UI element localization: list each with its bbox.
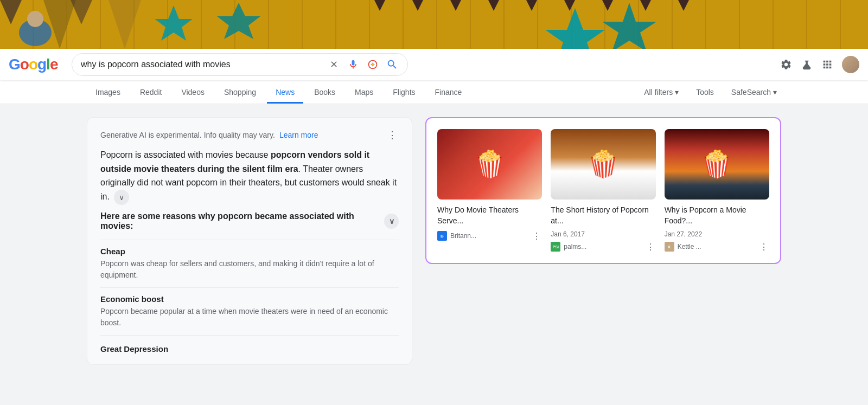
svg-marker-9 xyxy=(564,0,575,11)
svg-marker-17 xyxy=(0,0,22,24)
logo-g: G xyxy=(9,56,20,73)
navbar: Google ✕ xyxy=(0,49,868,80)
apps-button[interactable] xyxy=(821,59,833,70)
article-title-1: Why Do Movie Theaters Serve... xyxy=(437,205,542,226)
svg-marker-10 xyxy=(602,0,613,11)
svg-marker-8 xyxy=(526,0,537,11)
ai-reason-economic: Economic boost Popcorn became popular at… xyxy=(100,287,399,335)
learn-more-link[interactable]: Learn more xyxy=(279,131,318,139)
tab-flights[interactable]: Flights xyxy=(384,82,424,104)
tools-button[interactable]: Tools xyxy=(692,85,718,100)
tab-maps[interactable]: Maps xyxy=(346,82,382,104)
svg-point-20 xyxy=(372,63,374,66)
ai-main-text: Popcorn is associated with movies becaus… xyxy=(100,148,399,205)
ai-reason-economic-title: Economic boost xyxy=(100,294,399,304)
svg-marker-11 xyxy=(640,0,651,11)
tools-label: Tools xyxy=(696,88,714,97)
article-title-3: Why is Popcorn a Movie Food?... xyxy=(665,205,769,226)
avatar[interactable] xyxy=(842,56,859,73)
settings-button[interactable] xyxy=(780,59,792,70)
article-card-1[interactable]: Why Do Movie Theaters Serve... B Britann… xyxy=(437,129,542,252)
ai-reasons-header: Here are some reasons why popcorn became… xyxy=(100,211,399,231)
expand-reasons-button[interactable]: ∨ xyxy=(384,214,399,229)
article-meta-1: B Britann... ⋮ xyxy=(437,230,542,241)
ai-reason-economic-text: Popcorn became popular at a time when mo… xyxy=(100,306,399,329)
search-icons: ✕ xyxy=(327,58,399,71)
svg-marker-1 xyxy=(108,0,141,49)
article-title-2: The Short History of Popcorn at... xyxy=(551,205,655,226)
tab-videos[interactable]: Videos xyxy=(173,82,213,104)
image-search-button[interactable] xyxy=(366,58,379,71)
svg-marker-3 xyxy=(217,3,260,39)
svg-point-16 xyxy=(27,11,43,27)
logo-l: l xyxy=(46,56,50,73)
search-bar: ✕ xyxy=(72,53,408,76)
clear-button[interactable]: ✕ xyxy=(327,58,340,71)
safesearch-button[interactable]: SafeSearch ▾ xyxy=(727,85,781,100)
svg-marker-13 xyxy=(545,8,605,49)
article-thumb-3 xyxy=(665,129,769,200)
svg-marker-12 xyxy=(678,0,689,11)
ai-reason-cheap-text: Popcorn was cheap for sellers and custom… xyxy=(100,258,399,281)
ai-more-button[interactable]: ⋮ xyxy=(386,128,399,142)
voice-search-button[interactable] xyxy=(347,58,360,71)
source-logo-3: K xyxy=(665,242,674,252)
article-card-2[interactable]: The Short History of Popcorn at... Jan 6… xyxy=(551,129,655,252)
search-input[interactable] xyxy=(81,60,323,69)
article-thumb-2 xyxy=(551,129,655,200)
article-card-3[interactable]: Why is Popcorn a Movie Food?... Jan 27, … xyxy=(665,129,769,252)
ai-box: Generative AI is experimental. Info qual… xyxy=(87,117,412,365)
avatar-image xyxy=(842,56,859,73)
logo-o2: o xyxy=(29,56,37,73)
svg-marker-14 xyxy=(602,3,656,49)
ai-reason-great-depression-title: Great Depression xyxy=(100,344,399,353)
article-thumb-1 xyxy=(437,129,542,200)
logo-g2: g xyxy=(37,56,46,73)
tab-images[interactable]: Images xyxy=(87,82,129,104)
left-column: Generative AI is experimental. Info qual… xyxy=(87,117,412,378)
logo-o1: o xyxy=(20,56,29,73)
tab-news[interactable]: News xyxy=(267,82,303,104)
search-submit-button[interactable] xyxy=(386,58,399,71)
source-logo-1: B xyxy=(437,231,447,241)
articles-panel: Why Do Movie Theaters Serve... B Britann… xyxy=(425,117,781,264)
svg-marker-2 xyxy=(155,5,193,41)
article-date-3: Jan 27, 2022 xyxy=(665,230,769,238)
svg-marker-6 xyxy=(450,0,461,11)
doodle-svg xyxy=(0,0,868,49)
ai-notice-text: Generative AI is experimental. Info qual… xyxy=(100,131,275,139)
source-name-3: Kettle ... xyxy=(678,243,755,250)
ai-reason-great-depression: Great Depression xyxy=(100,335,399,353)
logo-area: Google xyxy=(9,56,63,73)
filter-bar: Images Reddit Videos Shopping News Books… xyxy=(0,80,868,104)
logo-e: e xyxy=(50,56,58,73)
source-name-1: Britann... xyxy=(450,232,528,240)
main-content: Generative AI is experimental. Info qual… xyxy=(0,104,868,391)
tab-reddit[interactable]: Reddit xyxy=(131,82,170,104)
article-more-button-3[interactable]: ⋮ xyxy=(758,241,769,252)
all-filters-button[interactable]: All filters ▾ xyxy=(640,85,683,100)
right-column: Why Do Movie Theaters Serve... B Britann… xyxy=(425,117,781,378)
google-logo[interactable]: Google xyxy=(9,56,58,73)
ai-header: Generative AI is experimental. Info qual… xyxy=(100,128,399,142)
article-date-2: Jan 6, 2017 xyxy=(551,230,655,238)
doodle-header xyxy=(0,0,868,49)
article-meta-2: PSI palms... ⋮ xyxy=(551,241,655,252)
reasons-header-text: Here are some reasons why popcorn became… xyxy=(100,211,378,231)
all-filters-label: All filters xyxy=(644,88,673,97)
ai-reason-cheap: Cheap Popcorn was cheap for sellers and … xyxy=(100,240,399,287)
tab-finance[interactable]: Finance xyxy=(426,82,471,104)
article-more-button-1[interactable]: ⋮ xyxy=(531,230,542,241)
safesearch-label: SafeSearch xyxy=(731,88,771,97)
tab-books[interactable]: Books xyxy=(305,82,344,104)
svg-marker-18 xyxy=(71,0,92,24)
source-name-2: palms... xyxy=(564,243,641,250)
ai-text-before-bold: Popcorn is associated with movies becaus… xyxy=(100,150,271,159)
labs-button[interactable] xyxy=(801,59,813,70)
article-more-button-2[interactable]: ⋮ xyxy=(645,241,656,252)
svg-marker-5 xyxy=(412,0,423,11)
article-meta-3: K Kettle ... ⋮ xyxy=(665,241,769,252)
ai-reason-cheap-title: Cheap xyxy=(100,247,399,256)
tab-shopping[interactable]: Shopping xyxy=(215,82,265,104)
expand-text-button[interactable]: ∨ xyxy=(114,190,129,205)
